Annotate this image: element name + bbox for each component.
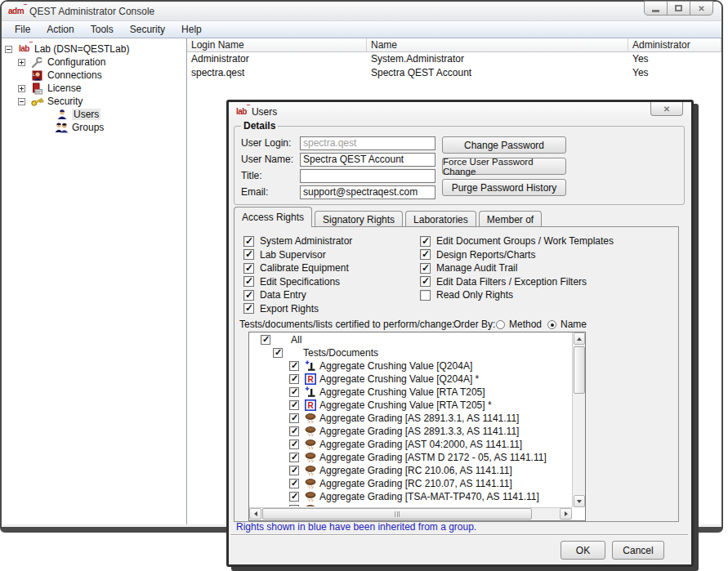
- list-item-tests-documents[interactable]: Tests/Documents: [250, 346, 571, 359]
- item-checkbox[interactable]: [289, 361, 299, 371]
- radio-button[interactable]: [496, 320, 505, 329]
- menu-item[interactable]: Security: [122, 22, 173, 37]
- tree-label: Users: [72, 109, 100, 120]
- order-by-method-option[interactable]: Method: [496, 319, 542, 330]
- certified-list-item[interactable]: R Aggregate Grading [RC 210.06, AS 1141.…: [250, 464, 571, 477]
- certified-list-item[interactable]: R Aggregate Grading [AS 2891.3.3, AS 114…: [250, 425, 571, 438]
- tab[interactable]: Signatory Rights: [315, 211, 403, 227]
- scroll-down-button[interactable]: [574, 495, 585, 507]
- menu-item[interactable]: Tools: [83, 22, 122, 37]
- minimize-button[interactable]: [644, 1, 668, 16]
- certified-list-item[interactable]: R Aggregate Crushing Value [RTA T205] *: [250, 399, 571, 412]
- horizontal-scroll-thumb[interactable]: [262, 508, 532, 520]
- scroll-left-button[interactable]: [249, 508, 261, 520]
- certified-list-item[interactable]: R Aggregate Crushing Value [Q204A] *: [250, 372, 571, 386]
- right-label: Manage Audit Trail: [436, 262, 517, 274]
- right-checkbox[interactable]: [243, 236, 254, 247]
- item-label: Aggregate Crushing Value [Q204A] *: [319, 373, 479, 385]
- right-checkbox[interactable]: [243, 290, 254, 301]
- tree-item-connections[interactable]: L Connections: [2, 69, 186, 82]
- force-password-change-button[interactable]: Force User Password Change: [442, 158, 566, 175]
- expand-icon[interactable]: [18, 85, 25, 92]
- right-checkbox[interactable]: [420, 249, 431, 260]
- item-checkbox[interactable]: [289, 453, 299, 462]
- right-checkbox[interactable]: [243, 263, 254, 274]
- certified-list-item[interactable]: R Aggregate Grading [ASTM D 2172 - 05, A…: [250, 451, 571, 464]
- certified-list-item[interactable]: R Aggregate Grading [RC 210.07, AS 1141.…: [250, 477, 571, 490]
- email-field[interactable]: [300, 185, 435, 199]
- tree-label: Connections: [47, 69, 102, 81]
- tab[interactable]: Member of: [479, 211, 542, 227]
- right-item: Edit Document Groups / Work Templates: [420, 234, 614, 248]
- collapse-icon[interactable]: [5, 46, 12, 53]
- collapse-icon[interactable]: [18, 98, 25, 105]
- item-checkbox[interactable]: [289, 413, 299, 423]
- tree-item-lab-root[interactable]: lab Lab (DSN=QESTLab): [2, 42, 186, 56]
- close-button[interactable]: [690, 1, 713, 16]
- column-header-login-name[interactable]: Login Name: [187, 38, 367, 52]
- column-header-name[interactable]: Name: [367, 38, 628, 52]
- tree-item-users[interactable]: Users: [2, 108, 186, 121]
- certified-list-item[interactable]: R: [250, 503, 571, 506]
- vertical-scroll-thumb[interactable]: [574, 346, 585, 394]
- item-checkbox[interactable]: [289, 505, 299, 506]
- right-item: Calibrate Equipment: [243, 261, 352, 274]
- horizontal-scrollbar[interactable]: [249, 507, 572, 520]
- item-checkbox[interactable]: [289, 492, 299, 502]
- certified-list-item[interactable]: R Aggregate Grading [AS 2891.3.1, AS 114…: [250, 412, 571, 425]
- expand-icon[interactable]: [18, 59, 25, 66]
- tree-item-configuration[interactable]: Configuration: [2, 56, 186, 69]
- list-item-all[interactable]: All: [250, 333, 571, 346]
- dialog-close-button[interactable]: [650, 102, 683, 116]
- certified-list-item[interactable]: R Aggregate Crushing Value [Q204A]: [250, 359, 571, 372]
- menu-item[interactable]: File: [7, 22, 38, 37]
- item-checkbox[interactable]: [289, 387, 299, 397]
- item-checkbox[interactable]: [261, 335, 270, 345]
- order-by-name-option[interactable]: Name: [547, 319, 587, 330]
- maximize-button[interactable]: [667, 1, 690, 16]
- column-header-administrator[interactable]: Administrator: [628, 38, 721, 52]
- right-label: System Administrator: [260, 235, 352, 247]
- user-name-field[interactable]: [300, 153, 435, 167]
- item-checkbox[interactable]: [289, 400, 299, 410]
- right-checkbox[interactable]: [420, 236, 431, 247]
- tree-item-security[interactable]: Security: [2, 95, 186, 108]
- certified-list-item[interactable]: R Aggregate Crushing Value [RTA T205]: [250, 386, 571, 399]
- right-checkbox[interactable]: [420, 263, 431, 274]
- right-checkbox[interactable]: [243, 249, 254, 260]
- cancel-button[interactable]: Cancel: [612, 541, 664, 560]
- certified-list-item[interactable]: R Aggregate Grading [AST 04:2000, AS 114…: [250, 438, 571, 451]
- change-password-button[interactable]: Change Password: [442, 136, 566, 154]
- close-icon: [663, 103, 670, 114]
- menu-item[interactable]: Action: [38, 22, 82, 37]
- ok-button[interactable]: OK: [561, 541, 605, 560]
- certified-list-item[interactable]: R Aggregate Grading [TSA-MAT-TP470, AS 1…: [250, 490, 571, 503]
- cell-login-name: spectra.qest: [187, 66, 367, 80]
- radio-button[interactable]: [547, 320, 556, 329]
- item-checkbox[interactable]: [289, 426, 299, 436]
- right-checkbox[interactable]: [243, 303, 254, 314]
- item-checkbox[interactable]: [289, 439, 299, 449]
- tab[interactable]: Access Rights: [234, 207, 312, 227]
- item-checkbox[interactable]: [273, 348, 283, 358]
- item-checkbox[interactable]: [289, 466, 299, 475]
- scroll-up-button[interactable]: [574, 332, 585, 345]
- scroll-right-button[interactable]: [560, 508, 572, 520]
- purge-password-history-button[interactable]: Purge Password History: [442, 179, 566, 196]
- tree-item-license[interactable]: License: [2, 82, 186, 95]
- vertical-scrollbar[interactable]: [572, 332, 585, 507]
- item-checkbox[interactable]: [289, 374, 299, 384]
- certified-list: All Tests/Documents: [248, 332, 586, 521]
- right-checkbox[interactable]: [243, 276, 254, 287]
- tab[interactable]: Laboratories: [405, 211, 476, 227]
- right-checkbox[interactable]: [420, 290, 431, 301]
- title-field[interactable]: [300, 169, 435, 183]
- user-login-field[interactable]: [300, 136, 435, 150]
- item-checkbox[interactable]: [289, 479, 299, 488]
- right-checkbox[interactable]: [420, 276, 431, 287]
- table-row[interactable]: spectra.qest Spectra QEST Account Yes: [187, 66, 721, 80]
- menu-item[interactable]: Help: [173, 22, 210, 37]
- table-row[interactable]: Administrator System.Administrator Yes: [187, 52, 721, 66]
- sieve-icon: R: [303, 439, 318, 450]
- tree-item-groups[interactable]: Groups: [2, 121, 186, 134]
